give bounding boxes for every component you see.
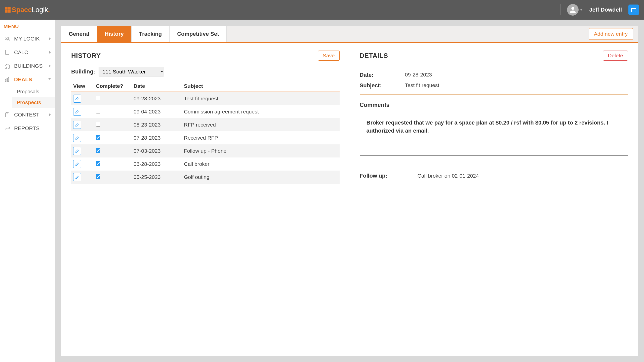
history-title: HISTORY [71,52,101,60]
edit-icon[interactable] [73,134,81,142]
sidebar-item-calc[interactable]: CALC [0,46,55,59]
calculator-icon [4,49,11,56]
brand-text-a: Space [12,6,32,14]
svg-point-3 [6,37,7,38]
detail-subject-label: Subject: [360,82,390,89]
chevron-right-icon [49,113,51,116]
row-date: 09-04-2023 [132,105,182,118]
edit-icon[interactable] [73,147,81,155]
edit-icon[interactable] [73,121,81,129]
edit-icon[interactable] [73,160,81,168]
avatar-icon [567,4,579,16]
add-new-entry-button[interactable]: Add new entry [589,28,633,40]
row-subject: RFP received [182,118,340,131]
home-icon [4,63,11,69]
complete-checkbox[interactable] [96,161,100,166]
complete-checkbox[interactable] [96,148,100,153]
user-menu[interactable] [567,4,583,16]
tab-tracking[interactable]: Tracking [132,26,170,42]
col-date: Date [132,81,182,92]
main-content: General History Tracking Competitive Set… [55,20,644,362]
menu-header: MENU [0,20,55,32]
delete-button[interactable]: Delete [603,51,628,61]
sidebar-label: CALC [14,49,46,55]
followup-value: Call broker on 02-01-2024 [417,173,479,179]
trend-icon [4,125,11,132]
sidebar-sub-prospects[interactable]: Prospects [12,97,55,108]
table-row[interactable]: 09-28-2023Test fit request [71,92,340,105]
svg-rect-11 [5,79,6,82]
detail-date-label: Date: [360,72,390,78]
sidebar-sub-proposals[interactable]: Proposals [12,86,55,97]
detail-subject-value: Test fit request [405,82,439,89]
row-date: 07-28-2023 [132,131,182,144]
tab-competitive-set[interactable]: Competitive Set [170,26,227,42]
history-table: View Complete? Date Subject 09-28-2023Te… [71,81,340,184]
bar-chart-icon [4,76,11,83]
sidebar-item-mylogik[interactable]: MY LOGIK [0,32,55,46]
complete-checkbox[interactable] [96,135,100,140]
complete-checkbox[interactable] [96,96,100,100]
sidebar-label: DEALS [14,76,45,83]
table-row[interactable]: 06-28-2023Call broker [71,157,340,171]
tab-general[interactable]: General [61,26,97,42]
edit-icon[interactable] [73,173,81,181]
complete-checkbox[interactable] [96,122,100,127]
building-select[interactable]: 111 South Wacker [99,67,164,76]
clipboard-icon [4,111,11,118]
chevron-down-icon [48,78,51,81]
col-subject: Subject [182,81,340,92]
building-label: Building: [71,68,95,75]
row-subject: Follow up - Phone [182,144,340,157]
sidebar-label: REPORTS [14,125,51,131]
row-date: 07-03-2023 [132,144,182,157]
people-icon [4,35,11,42]
sidebar-item-contest[interactable]: CONTEST [0,108,55,122]
svg-rect-5 [6,50,9,55]
row-subject: Call broker [182,157,340,171]
sidebar-item-reports[interactable]: REPORTS [0,122,55,135]
sidebar-label: BUILDINGS [14,63,46,69]
svg-point-4 [8,37,9,39]
chevron-right-icon [49,37,51,40]
table-row[interactable]: 08-23-2023RFP received [71,118,340,131]
table-row[interactable]: 07-28-2023Received RFP [71,131,340,144]
tabs: General History Tracking Competitive Set [61,26,227,42]
sidebar: MENU MY LOGIK CALC BUILDINGS DEALS [0,20,55,362]
row-subject: Golf outing [182,171,340,184]
chevron-right-icon [49,51,51,54]
complete-checkbox[interactable] [96,174,100,179]
table-row[interactable]: 09-04-2023Commission agreement request [71,105,340,118]
save-button[interactable]: Save [318,51,340,61]
row-date: 06-28-2023 [132,157,182,171]
calendar-button[interactable] [628,5,639,15]
sidebar-label: CONTEST [14,112,46,118]
logo-icon [5,7,11,13]
table-row[interactable]: 05-25-2023Golf outing [71,171,340,184]
chevron-right-icon [49,65,51,67]
row-subject: Commission agreement request [182,105,340,118]
comments-label: Comments [360,102,628,108]
col-view: View [71,81,94,92]
row-date: 09-28-2023 [132,92,182,105]
edit-icon[interactable] [73,108,81,116]
topbar-divider [560,4,560,15]
complete-checkbox[interactable] [96,109,100,113]
brand-text-b: Logik [32,6,48,14]
table-row[interactable]: 07-03-2023Follow up - Phone [71,144,340,157]
sidebar-item-deals[interactable]: DEALS [0,73,55,86]
sidebar-label: MY LOGIK [14,36,46,42]
edit-icon[interactable] [73,95,81,103]
row-date: 08-23-2023 [132,118,182,131]
comments-text[interactable]: Broker requested that we pay for a space… [360,113,628,156]
tab-history[interactable]: History [97,26,132,42]
detail-date-value: 09-28-2023 [405,72,432,78]
topbar: SpaceLogik. Jeff Dowdell [0,0,644,20]
username: Jeff Dowdell [589,7,622,13]
col-complete: Complete? [94,81,132,92]
sidebar-item-buildings[interactable]: BUILDINGS [0,59,55,73]
brand-logo[interactable]: SpaceLogik. [5,6,50,14]
row-subject: Received RFP [182,131,340,144]
row-subject: Test fit request [182,92,340,105]
details-title: DETAILS [360,52,388,60]
